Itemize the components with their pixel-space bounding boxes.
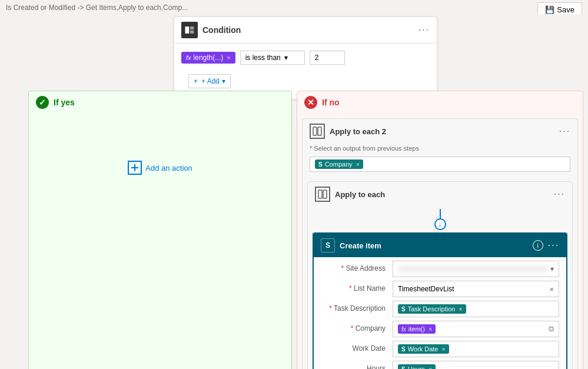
- apply-to-each-2-header-left: Apply to each 2: [310, 124, 386, 139]
- site-address-field[interactable]: ████████████████████/sites/TimesheetDev …: [393, 261, 559, 277]
- condition-operator-dropdown[interactable]: is less than ▾: [240, 51, 305, 65]
- list-name-label: List Name: [321, 281, 386, 292]
- branch-no-label: If no: [322, 98, 340, 107]
- form-section: Site Address ████████████████████/sites/…: [314, 257, 566, 369]
- company-label: Company: [321, 321, 386, 333]
- canvas: Condition ··· fx length(...) × is less t…: [0, 14, 588, 369]
- condition-body: fx length(...) × is less than ▾: [174, 44, 437, 72]
- svg-rect-8: [323, 190, 327, 198]
- svg-rect-2: [190, 31, 194, 34]
- company-fx-icon: fx: [401, 326, 406, 333]
- company-tag-close-field[interactable]: ×: [428, 325, 432, 333]
- work-date-row: Work Date S Work Date ×: [321, 341, 559, 357]
- output-box: S Company ×: [310, 157, 570, 172]
- svg-rect-7: [318, 190, 322, 198]
- save-icon: 💾: [545, 5, 554, 14]
- branch-no: ✕ If no Apply to each 2 ···: [297, 91, 583, 369]
- site-address-value: ████████████████████/sites/TimesheetDev: [398, 265, 548, 272]
- condition-header-left: Condition: [181, 22, 241, 38]
- site-address-dropdown-arrow[interactable]: ▾: [550, 265, 554, 273]
- apply-to-each-inner-menu[interactable]: ···: [554, 189, 565, 200]
- svg-rect-0: [185, 26, 190, 34]
- apply-to-each-2-icon: [310, 124, 325, 139]
- task-desc-close[interactable]: ×: [459, 305, 462, 313]
- condition-header: Condition ···: [174, 17, 437, 44]
- company-row: Company fx item() ×: [321, 321, 559, 337]
- site-address-label: Site Address: [321, 261, 386, 272]
- loop-icon-2: [318, 190, 327, 199]
- create-item-header-icons: i ···: [533, 240, 559, 251]
- svg-rect-4: [131, 167, 138, 168]
- list-name-field[interactable]: TimesheetDevList ×: [393, 281, 559, 297]
- fx-icon: fx: [186, 54, 191, 61]
- connector: ↓: [308, 209, 572, 230]
- breadcrumb: Is Created or Modified -> Get Items,Appl…: [0, 1, 541, 14]
- add-action-icon: [128, 161, 142, 175]
- condition-icon-svg: [184, 25, 195, 35]
- hours-label: Hours: [321, 361, 386, 369]
- apply-to-each-inner-header-left: Apply to each: [315, 187, 385, 202]
- apply-to-each-2-block: Apply to each 2 ··· * Select an output f…: [302, 118, 578, 369]
- condition-tag-close[interactable]: ×: [227, 54, 230, 61]
- select-output-row: S Company ×: [303, 154, 577, 177]
- task-desc-icon: S: [401, 306, 406, 313]
- work-date-icon: S: [401, 346, 406, 353]
- company-output-tag: S Company ×: [315, 159, 363, 169]
- hours-field[interactable]: S Hours ×: [393, 361, 559, 369]
- list-name-value: TimesheetDevList: [398, 285, 454, 293]
- list-name-row: List Name TimesheetDevList ×: [321, 281, 559, 297]
- hours-row: Hours S Hours ×: [321, 361, 559, 369]
- add-chevron-icon: ▾: [222, 77, 225, 85]
- branch-yes-label: If yes: [54, 98, 75, 107]
- condition-title: Condition: [202, 25, 241, 35]
- work-date-field[interactable]: S Work Date ×: [393, 341, 559, 357]
- loop-icon: [313, 127, 322, 136]
- connector-line: [440, 209, 441, 218]
- select-output-label: * Select an output from previous steps: [303, 144, 577, 154]
- condition-menu-button[interactable]: ···: [418, 25, 430, 35]
- hours-close[interactable]: ×: [428, 365, 432, 369]
- list-name-clear[interactable]: ×: [550, 285, 554, 294]
- hours-icon: S: [401, 366, 406, 370]
- apply-to-each-inner-header: Apply to each ···: [308, 182, 572, 207]
- connector-circle: ↓: [434, 218, 446, 230]
- connector-arrow: ↓: [434, 209, 446, 230]
- svg-rect-1: [190, 26, 194, 29]
- sharepoint-icon-small: S: [318, 161, 323, 168]
- branch-container: ✓ If yes Add an action ✕ If no: [28, 91, 576, 369]
- company-tag: fx item() ×: [398, 324, 436, 334]
- branch-yes-icon: ✓: [36, 96, 49, 109]
- branch-no-icon: ✕: [304, 96, 317, 109]
- create-item-header: S Create item i ···: [314, 234, 566, 257]
- condition-tag-fx: fx length(...) ×: [181, 52, 235, 64]
- company-field-inner: fx item() ×: [398, 324, 546, 334]
- branch-yes-header: ✓ If yes: [29, 91, 291, 114]
- task-desc-row: Task Description S Task Description ×: [321, 301, 559, 317]
- condition-value-input[interactable]: [310, 51, 345, 65]
- condition-block: Condition ··· fx length(...) × is less t…: [174, 16, 437, 99]
- svg-rect-5: [313, 127, 317, 135]
- info-button[interactable]: i: [533, 240, 543, 251]
- add-condition-button[interactable]: + + Add ▾: [188, 74, 231, 88]
- create-item-menu[interactable]: ···: [548, 240, 559, 251]
- apply-to-each-2-menu[interactable]: ···: [559, 126, 570, 137]
- company-tag-close[interactable]: ×: [356, 161, 360, 168]
- apply-to-each-2-header: Apply to each 2 ···: [303, 119, 577, 144]
- condition-icon: [181, 22, 198, 38]
- site-address-row: Site Address ████████████████████/sites/…: [321, 261, 559, 277]
- apply-to-each-2-title: Apply to each 2: [330, 127, 386, 136]
- create-item-block: S Create item i ··· Site Address: [313, 232, 567, 369]
- copy-icon[interactable]: ⧉: [549, 324, 554, 334]
- company-field[interactable]: fx item() × ⧉: [393, 321, 559, 337]
- work-date-close[interactable]: ×: [441, 345, 445, 353]
- work-date-tag: S Work Date ×: [398, 344, 449, 354]
- sharepoint-avatar: S: [321, 238, 335, 252]
- branch-yes: ✓ If yes Add an action: [28, 91, 292, 369]
- plus-icon: +: [194, 77, 198, 85]
- svg-rect-6: [318, 127, 321, 135]
- task-desc-tag: S Task Description ×: [398, 304, 466, 314]
- add-action-button[interactable]: Add an action: [128, 161, 192, 175]
- create-item-title: Create item: [340, 241, 381, 250]
- task-desc-field[interactable]: S Task Description ×: [393, 301, 559, 317]
- task-desc-label: Task Description: [321, 301, 386, 313]
